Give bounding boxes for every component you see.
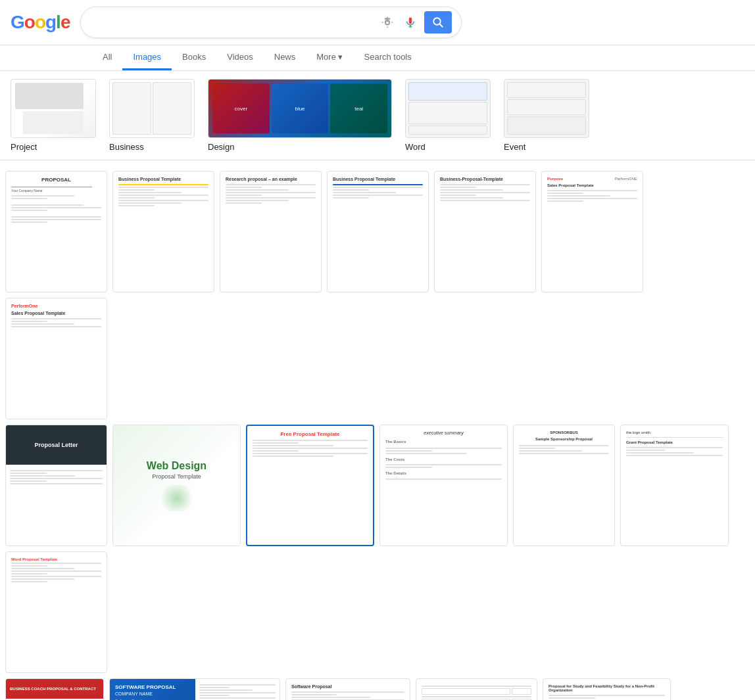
result-card-11[interactable]: executive summary The Basics The Costs T… — [379, 425, 508, 546]
nav-tabs: All Images Books Videos News More ▾ Sear… — [0, 45, 755, 71]
category-business[interactable]: Business — [109, 79, 195, 152]
result-card-7[interactable]: PerformOne Sales Proposal Template — [5, 298, 107, 419]
logo-o2: o — [35, 12, 45, 32]
results-row-1: PROPOSAL Your Company Name Business Prop… — [0, 168, 755, 422]
result-card-13[interactable]: the logo smith Grant Proposal Template — [620, 425, 729, 546]
category-project-thumb — [11, 79, 96, 138]
logo-l: l — [56, 12, 61, 32]
category-event[interactable]: Event — [504, 79, 589, 152]
result-card-18[interactable] — [416, 678, 537, 700]
tab-books[interactable]: Books — [172, 45, 216, 70]
svg-line-7 — [440, 24, 443, 27]
result-card-1[interactable]: PROPOSAL Your Company Name — [5, 171, 107, 292]
search-submit-button[interactable] — [424, 11, 452, 34]
result-card-12[interactable]: SPONSORBUS Sample Sponsorship Proposal — [513, 425, 615, 546]
header: Google proposal template — [0, 0, 755, 45]
result-card-6[interactable]: Purpose PerformONE Sales Proposal Templa… — [541, 171, 643, 292]
logo-o1: o — [24, 12, 35, 32]
voice-search-button[interactable] — [402, 14, 419, 31]
tab-images[interactable]: Images — [122, 45, 172, 70]
result-card-15[interactable]: BUSINESS COACH PROPOSAL & CONTRACT ★ WEA… — [5, 678, 104, 700]
svg-rect-3 — [409, 18, 412, 24]
results-row-3: BUSINESS COACH PROPOSAL & CONTRACT ★ WEA… — [0, 676, 755, 700]
result-card-2[interactable]: Business Proposal Template — [112, 171, 214, 292]
results-row-2: Proposal Letter Web Design Proposal Temp… — [0, 422, 755, 676]
search-bar: proposal template — [80, 7, 462, 38]
category-word-label: Word — [405, 142, 426, 152]
category-event-label: Event — [504, 142, 525, 152]
category-word[interactable]: Word — [405, 79, 491, 152]
result-card-4[interactable]: Business Proposal Template — [327, 171, 429, 292]
result-card-9[interactable]: Web Design Proposal Template — [112, 425, 241, 546]
result-card-14[interactable]: Word Proposal Template — [5, 551, 107, 673]
logo-e: e — [61, 12, 70, 32]
google-logo[interactable]: Google — [11, 12, 70, 33]
result-card-3[interactable]: Research proposal – an example — [220, 171, 322, 292]
category-word-thumb — [405, 79, 491, 138]
category-design-label: Design — [208, 142, 234, 152]
result-card-17[interactable]: Software Proposal — [285, 678, 410, 700]
result-card-10[interactable]: Free Proposal Template — [246, 425, 374, 546]
tab-search-tools[interactable]: Search tools — [354, 45, 422, 70]
category-business-thumb — [109, 79, 195, 138]
tab-all[interactable]: All — [92, 45, 122, 70]
logo-g: G — [11, 12, 24, 32]
result-card-5[interactable]: Business-Proposal-Template — [434, 171, 536, 292]
search-input[interactable]: proposal template — [90, 16, 373, 28]
category-strip: Project Business cover blue teal Design — [0, 71, 755, 160]
category-project[interactable]: Project — [11, 79, 96, 152]
category-design[interactable]: cover blue teal Design — [208, 79, 392, 152]
camera-search-button[interactable] — [378, 13, 397, 32]
svg-rect-1 — [385, 18, 390, 20]
tab-videos[interactable]: Videos — [216, 45, 264, 70]
category-project-label: Project — [11, 142, 37, 152]
result-card-19[interactable]: Proposal for Study and Feasibility Study… — [543, 678, 671, 700]
tab-news[interactable]: News — [264, 45, 306, 70]
result-card-8[interactable]: Proposal Letter — [5, 425, 107, 546]
tab-more[interactable]: More ▾ — [306, 45, 353, 70]
logo-g2: g — [45, 12, 56, 32]
category-business-label: Business — [109, 142, 144, 152]
result-card-16[interactable]: SOFTWARE PROPOSAL COMPANY NAME Software … — [109, 678, 280, 700]
category-event-thumb — [504, 79, 589, 138]
category-design-thumb: cover blue teal — [208, 79, 392, 138]
